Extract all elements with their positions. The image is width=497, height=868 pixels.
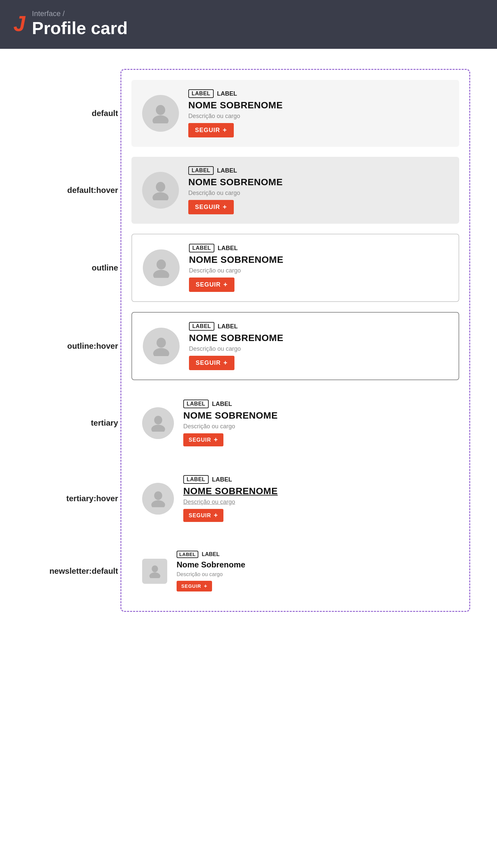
avatar [142,172,179,209]
card-tags: LABEL LABEL [176,551,449,558]
avatar [143,328,180,364]
tag-1: LABEL [183,475,209,484]
card-description: Descrição ou cargo [189,267,448,274]
variant-row-newsletter-default: newsletter:default LABEL LABEL Nome Sobr… [131,541,459,601]
card-tags: LABEL LABEL [189,244,448,252]
tag-1: LABEL [189,244,214,252]
header-text: Interface / Profile card [32,9,128,38]
svg-point-12 [152,565,158,572]
plus-icon: + [224,281,228,289]
profile-card-default: LABEL LABEL NOME SOBRENOME Descrição ou … [131,80,459,147]
plus-icon: + [224,359,228,367]
card-name: NOME SOBRENOME [189,255,448,265]
card-name: NOME SOBRENOME [183,410,449,421]
plus-icon: + [214,436,218,444]
card-tags: LABEL LABEL [183,400,449,408]
follow-button[interactable]: SEGUIR + [183,509,224,522]
follow-button-label: SEGUIR [189,437,211,443]
person-icon [151,180,170,200]
logo: J [13,13,25,34]
avatar [142,483,174,515]
variant-row-tertiary: tertiary LABEL LABEL NOME SOBRENOME Desc… [131,390,459,456]
follow-button[interactable]: SEGUIR + [188,200,234,214]
variant-row-outline: outline LABEL LABEL NOME SOBRENOME Descr… [131,234,459,302]
svg-point-6 [157,338,166,348]
person-icon [152,258,171,278]
card-content-newsletter-default: LABEL LABEL Nome Sobrenome Descrição ou … [176,551,449,592]
variant-row-default-hover: default:hover LABEL LABEL NOME SOBRENOME… [131,157,459,224]
plus-icon: + [223,203,227,211]
follow-button[interactable]: SEGUIR + [176,581,212,592]
follow-button-label: SEGUIR [195,127,220,134]
avatar [142,407,174,439]
follow-button-label: SEGUIR [195,204,220,211]
follow-button[interactable]: SEGUIR + [189,277,235,292]
follow-button-label: SEGUIR [181,583,201,589]
variant-label-tertiary: tertiary [38,418,131,428]
variant-label-outline: outline [38,263,131,273]
plus-icon: + [204,583,207,589]
follow-button-label: SEGUIR [196,359,221,366]
variant-label-newsletter-default: newsletter:default [38,566,131,576]
profile-card-default-hover: LABEL LABEL NOME SOBRENOME Descrição ou … [131,157,459,224]
avatar [142,95,179,132]
card-tags: LABEL LABEL [189,322,448,331]
svg-point-7 [153,348,169,356]
profile-card-tertiary-hover: LABEL LABEL NOME SOBRENOME Descrição ou … [131,466,459,531]
tag-2: LABEL [212,476,232,483]
variant-row-outline-hover: outline:hover LABEL LABEL NOME SOBRENOME… [131,312,459,380]
header: J Interface / Profile card [0,0,497,49]
svg-point-13 [149,573,160,578]
svg-point-0 [156,105,165,115]
tag-2: LABEL [218,245,238,252]
follow-button[interactable]: SEGUIR + [183,433,224,446]
card-name: NOME SOBRENOME [188,100,449,111]
svg-point-10 [154,492,162,500]
card-description: Descrição ou cargo [188,113,449,120]
variant-label-default-hover: default:hover [38,186,131,195]
follow-button[interactable]: SEGUIR + [189,356,235,370]
tag-2: LABEL [212,401,232,408]
card-tags: LABEL LABEL [183,475,449,484]
main-content: default LABEL LABEL NOME SOBRENOME Descr… [0,49,497,632]
card-description: Descrição ou cargo [183,423,449,430]
card-name: NOME SOBRENOME [189,333,448,343]
card-content-tertiary-hover: LABEL LABEL NOME SOBRENOME Descrição ou … [183,475,449,522]
follow-button[interactable]: SEGUIR + [188,123,234,138]
card-name: NOME SOBRENOME [188,177,449,188]
profile-card-outline: LABEL LABEL NOME SOBRENOME Descrição ou … [131,234,459,302]
card-content-default: LABEL LABEL NOME SOBRENOME Descrição ou … [188,89,449,138]
tag-2: LABEL [202,551,219,558]
card-description: Descrição ou cargo [183,498,449,506]
svg-point-8 [154,416,162,425]
svg-point-3 [153,192,169,200]
avatar [142,559,167,584]
person-icon [150,490,166,507]
card-description: Descrição ou cargo [176,572,449,577]
plus-icon: + [214,511,218,519]
variant-label-outline-hover: outline:hover [38,342,131,351]
variant-label-tertiary-hover: tertiary:hover [38,494,131,503]
tag-1: LABEL [188,89,214,98]
tag-1: LABEL [189,322,214,331]
tag-2: LABEL [217,167,237,174]
breadcrumb: Interface / [32,9,128,18]
svg-point-5 [153,270,169,278]
tag-1: LABEL [176,551,198,558]
card-content-outline-hover: LABEL LABEL NOME SOBRENOME Descrição ou … [189,322,448,370]
tag-2: LABEL [217,90,237,97]
person-icon [151,103,170,124]
tag-1: LABEL [188,166,214,175]
avatar [143,249,180,286]
person-icon [150,414,166,432]
card-tags: LABEL LABEL [188,89,449,98]
person-icon [152,336,171,356]
card-description: Descrição ou cargo [189,345,448,352]
svg-point-1 [153,115,169,124]
card-content-default-hover: LABEL LABEL NOME SOBRENOME Descrição ou … [188,166,449,214]
card-tags: LABEL LABEL [188,166,449,175]
card-name: Nome Sobrenome [176,560,449,569]
svg-point-2 [156,182,165,192]
profile-card-outline-hover: LABEL LABEL NOME SOBRENOME Descrição ou … [131,312,459,380]
variants-container: default LABEL LABEL NOME SOBRENOME Descr… [120,69,470,612]
